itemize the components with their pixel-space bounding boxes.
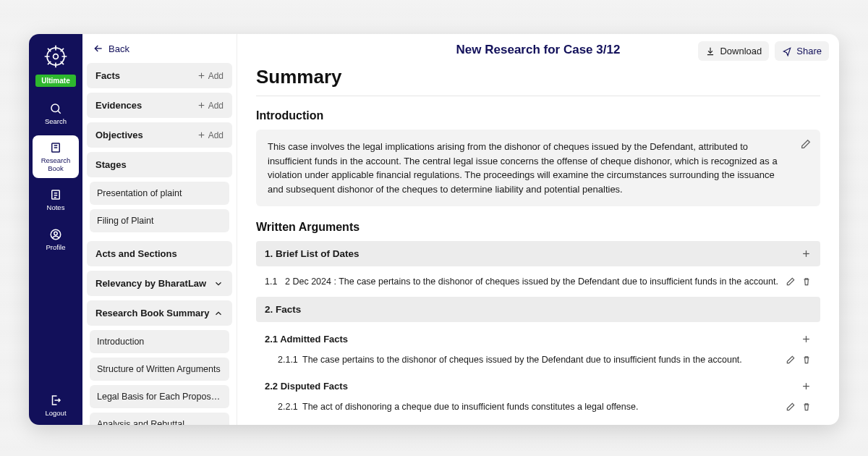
nav-label: Notes — [47, 204, 65, 211]
download-icon — [705, 46, 715, 56]
page-title: New Research for Case 3/12 — [456, 43, 621, 57]
arg-sub-line: 2.1.1 The case pertains to the dishonor … — [256, 350, 820, 375]
add-brief-date-button[interactable] — [801, 248, 812, 259]
stage-item[interactable]: Filing of Plaint — [90, 209, 229, 232]
download-label: Download — [720, 46, 762, 56]
svg-line-11 — [58, 111, 61, 114]
svg-point-20 — [54, 232, 58, 235]
sub-num: 2.2.1 — [278, 402, 302, 412]
summary-item[interactable]: Structure of Written Arguments — [90, 358, 229, 381]
arg-title: 1. Brief List of Dates — [265, 248, 359, 259]
section-label: Research Book Summary — [95, 308, 210, 318]
nav-logout[interactable]: Logout — [33, 388, 79, 423]
intro-text: This case involves the legal implication… — [268, 141, 778, 195]
section-acts[interactable]: Acts and Sections — [87, 241, 232, 266]
back-label: Back — [109, 43, 129, 54]
plus-icon — [197, 130, 206, 140]
nav-profile[interactable]: Profile — [33, 222, 79, 257]
sub-text: The act of dishonoring a cheque due to i… — [302, 402, 778, 412]
share-button[interactable]: Share — [775, 41, 829, 61]
plus-icon — [197, 101, 206, 110]
share-label: Share — [796, 46, 822, 56]
arg-brief-dates-head: 1. Brief List of Dates — [256, 241, 820, 266]
summary-item[interactable]: Legal Basis for Each Propositi… — [90, 385, 229, 408]
nav-label: Research Book — [41, 157, 71, 172]
arg-num: 1.1 — [265, 276, 285, 287]
edit-icon[interactable] — [786, 402, 796, 412]
written-arguments-heading: Written Arguments — [256, 221, 820, 234]
section-summary[interactable]: Research Book Summary — [87, 300, 232, 326]
book-icon — [49, 141, 62, 154]
arg-sub-line: 2.2.1 The act of dishonoring a cheque du… — [256, 397, 820, 422]
search-icon — [49, 102, 62, 115]
introduction-heading: Introduction — [256, 109, 820, 122]
section-facts[interactable]: Facts Add — [87, 63, 232, 88]
section-evidences[interactable]: Evidences Add — [87, 93, 232, 118]
arg-admitted-facts-head: 2.1 Admitted Facts — [256, 328, 820, 350]
share-icon — [782, 46, 792, 56]
arg-disputed-facts-head: 2.2 Disputed Facts — [256, 375, 820, 397]
add-objectives-button[interactable]: Add — [197, 130, 224, 140]
intro-text-box: This case involves the legal implication… — [256, 130, 820, 206]
plus-icon — [197, 71, 206, 80]
nav-rail: Ultimate Search Research Book Notes Prof… — [29, 34, 82, 425]
nav-label: Search — [45, 118, 67, 125]
arrow-left-icon — [93, 43, 104, 54]
summary-item[interactable]: Introduction — [90, 330, 229, 353]
edit-icon[interactable] — [800, 138, 812, 150]
section-label: Relevancy by BharatLaw — [95, 278, 206, 289]
delete-icon[interactable] — [801, 402, 812, 412]
section-label: Objectives — [95, 130, 143, 140]
section-relevancy[interactable]: Relevancy by BharatLaw — [87, 271, 232, 296]
plan-badge: Ultimate — [35, 75, 75, 87]
topbar: New Research for Case 3/12 Download Shar… — [237, 34, 839, 66]
back-button[interactable]: Back — [82, 34, 237, 63]
main-panel: New Research for Case 3/12 Download Shar… — [237, 34, 839, 425]
summary-item[interactable]: Analysis and Rebuttal — [90, 413, 229, 425]
sub-text: The case pertains to the dishonor of che… — [302, 355, 778, 365]
svg-point-10 — [51, 104, 59, 112]
section-label: Facts — [95, 70, 120, 81]
delete-icon[interactable] — [801, 355, 812, 365]
summary-heading: Summary — [256, 66, 820, 96]
nav-label: Logout — [45, 410, 66, 417]
nav-research-book[interactable]: Research Book — [33, 135, 79, 178]
chevron-up-icon — [213, 308, 224, 318]
add-admitted-fact-button[interactable] — [801, 334, 812, 345]
stage-item[interactable]: Presentation of plaint — [90, 182, 229, 205]
logout-icon — [49, 394, 62, 407]
edit-icon[interactable] — [786, 276, 796, 287]
profile-icon — [49, 228, 62, 241]
nav-label: Profile — [46, 244, 66, 251]
delete-icon[interactable] — [801, 276, 812, 287]
arg-facts-head: 2. Facts — [256, 297, 820, 322]
section-objectives[interactable]: Objectives Add — [87, 122, 232, 148]
section-label: Acts and Sections — [95, 248, 177, 259]
logo-icon — [43, 44, 68, 69]
section-label: Evidences — [95, 100, 142, 111]
section-label: Stages — [95, 159, 127, 170]
nav-search[interactable]: Search — [33, 96, 79, 131]
download-button[interactable]: Download — [698, 41, 769, 61]
chevron-down-icon — [213, 279, 224, 289]
svg-point-1 — [54, 54, 59, 59]
add-evidences-button[interactable]: Add — [197, 101, 224, 111]
nav-notes[interactable]: Notes — [33, 182, 79, 217]
edit-icon[interactable] — [786, 355, 796, 365]
content-area: Summary Introduction This case involves … — [237, 66, 839, 425]
sub-title: 2.1 Admitted Facts — [265, 334, 348, 345]
sub-num: 2.1.1 — [278, 355, 302, 365]
notes-icon — [49, 188, 62, 201]
arg-title: 2. Facts — [265, 304, 301, 315]
app-frame: Ultimate Search Research Book Notes Prof… — [29, 34, 839, 425]
add-facts-button[interactable]: Add — [197, 71, 224, 81]
section-stages[interactable]: Stages — [87, 152, 232, 177]
arg-text: 2 Dec 2024 : The case pertains to the di… — [285, 276, 778, 287]
add-disputed-fact-button[interactable] — [801, 381, 812, 392]
sidebar: Back Facts Add Evidences Add O — [82, 34, 237, 425]
sub-title: 2.2 Disputed Facts — [265, 381, 348, 392]
arg-line: 1.1 2 Dec 2024 : The case pertains to th… — [256, 272, 820, 297]
